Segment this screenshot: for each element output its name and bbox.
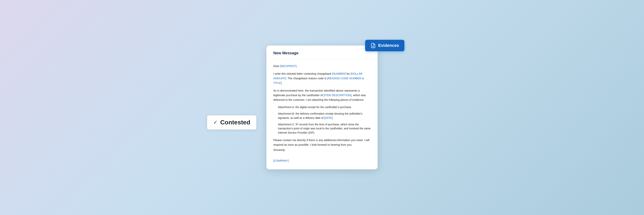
modal-title: New Message (273, 51, 298, 55)
modal-header: New Message (266, 46, 378, 59)
greeting-line: Dear [RECIPIENT], (273, 64, 371, 69)
modal-container: Evidences ✓ Contested New Message Dear [… (266, 46, 378, 169)
closing-paragraph: Please contact me directly if there is a… (273, 138, 371, 147)
company-placeholder: [COMPANY] (273, 159, 289, 163)
attachment-a: Attachment A: the digital receipt for th… (278, 105, 371, 110)
number-placeholder: [NUMBER] (332, 72, 346, 75)
attachment-b: Attachment B: the delivery confirmation … (278, 112, 371, 120)
evidences-label: Evidences (378, 43, 399, 48)
recipient-placeholder: [RECIPIENT], (280, 65, 297, 68)
paragraph-2: As is demonstrated here, the transaction… (273, 89, 371, 102)
closing-text: Please contact me directly if there is a… (273, 139, 369, 146)
attachment-c-text: Attachment C: IP records from the time o… (278, 123, 371, 134)
greeting-text: Dear (273, 65, 280, 68)
paragraph-1: I write this rebuttal letter contesting … (273, 72, 371, 85)
contested-label: Contested (220, 119, 250, 126)
evidences-button[interactable]: Evidences (365, 40, 404, 51)
p1-mid2: . The chargeback reason code is (286, 77, 327, 80)
attachment-c: Attachment C: IP records from the time o… (278, 122, 371, 135)
attachment-b-pre: Attachment B: the delivery confirmation … (278, 112, 362, 120)
p1-mid: for (346, 72, 350, 75)
checkmark-icon: ✓ (213, 119, 218, 125)
document-add-icon (370, 43, 376, 48)
p1-end: . (282, 81, 282, 84)
p1-pre: I write this rebuttal letter contesting … (273, 72, 332, 75)
attachment-a-text: Attachment A: the digital receipt for th… (278, 106, 352, 109)
attachments-list: Attachment A: the digital receipt for th… (278, 105, 371, 135)
sincerely-text: Sincerely, (273, 149, 286, 152)
contested-badge: ✓ Contested (207, 115, 256, 130)
item-placeholder: [ITEM DESCRIPTION] (324, 94, 352, 97)
date-placeholder: [DATE] (324, 116, 332, 119)
sincerely-line: Sincerely, (273, 148, 371, 153)
modal-body: Dear [RECIPIENT], I write this rebuttal … (266, 59, 378, 169)
attachment-b-end: . (332, 116, 333, 119)
